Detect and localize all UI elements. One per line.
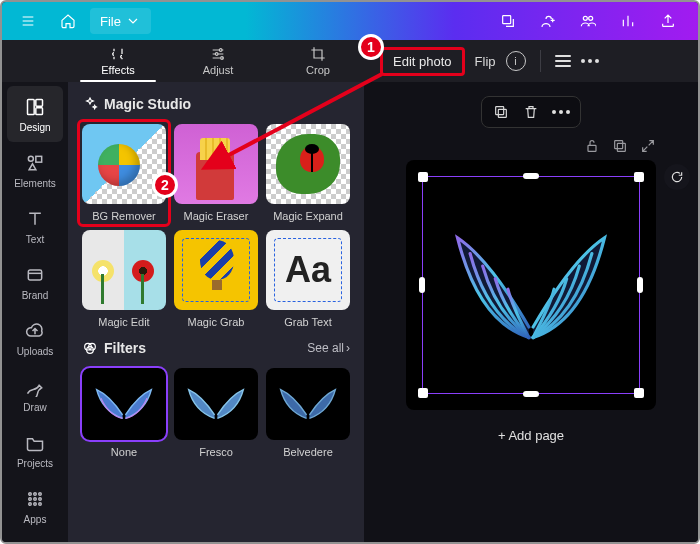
page-controls xyxy=(584,138,684,154)
adjust-tab[interactable]: Adjust xyxy=(168,40,268,82)
sidebar-label: Projects xyxy=(17,458,53,469)
bg-remover-tool[interactable]: BG Remover xyxy=(82,124,166,222)
apps-icon xyxy=(24,488,46,510)
grab-text-tool[interactable]: Aa Grab Text xyxy=(266,230,350,328)
filter-fresco-label: Fresco xyxy=(199,446,233,458)
adjust-tab-label: Adjust xyxy=(203,64,234,76)
filter-none[interactable]: None xyxy=(82,368,166,458)
svg-rect-27 xyxy=(617,143,625,151)
resize-handle-l[interactable] xyxy=(419,277,425,293)
filter-belvedere[interactable]: Belvedere xyxy=(266,368,350,458)
svg-point-13 xyxy=(34,492,37,495)
duplicate-button[interactable] xyxy=(492,103,510,121)
grab-text-label: Grab Text xyxy=(284,316,332,328)
crop-tab-label: Crop xyxy=(306,64,330,76)
svg-point-12 xyxy=(29,492,32,495)
position-button[interactable] xyxy=(555,55,571,67)
context-toolbar: Effects Adjust Crop Edit photo Flip i xyxy=(2,40,698,82)
expand-page-icon[interactable] xyxy=(640,138,656,154)
file-menu-button[interactable]: File xyxy=(90,8,151,34)
sidebar-item-text[interactable]: Text xyxy=(7,198,63,254)
selection-box[interactable] xyxy=(422,176,640,394)
svg-point-16 xyxy=(34,497,37,500)
filters-title: Filters xyxy=(82,340,146,356)
sidebar-item-projects[interactable]: Projects xyxy=(7,422,63,478)
canvas-area: + Add page xyxy=(364,82,698,542)
sidebar-label: Draw xyxy=(23,402,46,413)
hamburger-menu-button[interactable] xyxy=(10,8,46,34)
share-button[interactable] xyxy=(650,8,686,34)
magic-grab-label: Magic Grab xyxy=(188,316,245,328)
resize-handle-tl[interactable] xyxy=(418,172,428,182)
resize-handle-t[interactable] xyxy=(523,173,539,179)
magic-edit-tool[interactable]: Magic Edit xyxy=(82,230,166,328)
info-icon[interactable]: i xyxy=(506,51,526,71)
sidebar-label: Uploads xyxy=(17,346,54,357)
svg-rect-11 xyxy=(28,270,41,280)
selection-more-button[interactable] xyxy=(552,110,570,114)
filter-belvedere-label: Belvedere xyxy=(283,446,333,458)
elements-icon xyxy=(24,152,46,174)
chevron-right-icon: › xyxy=(346,341,350,355)
sidebar-item-design[interactable]: Design xyxy=(7,86,63,142)
copy-page-icon[interactable] xyxy=(612,138,628,154)
svg-point-18 xyxy=(29,502,32,505)
flip-button[interactable]: Flip xyxy=(475,54,496,69)
svg-rect-28 xyxy=(615,141,623,149)
crop-tab[interactable]: Crop xyxy=(268,40,368,82)
more-options-button[interactable] xyxy=(581,59,599,63)
filter-fresco[interactable]: Fresco xyxy=(174,368,258,458)
magic-grab-tool[interactable]: Magic Grab xyxy=(174,230,258,328)
sidebar-label: Text xyxy=(26,234,44,245)
bg-remover-label: BG Remover xyxy=(92,210,156,222)
analytics-button[interactable] xyxy=(610,8,646,34)
svg-point-1 xyxy=(583,16,587,20)
delete-button[interactable] xyxy=(522,103,540,121)
separator xyxy=(540,50,541,72)
svg-point-3 xyxy=(219,49,222,52)
resize-handle-tr[interactable] xyxy=(634,172,644,182)
sidebar-item-elements[interactable]: Elements xyxy=(7,142,63,198)
uploads-icon xyxy=(24,320,46,342)
brand-icon xyxy=(24,264,46,286)
add-page-button[interactable]: + Add page xyxy=(498,428,564,443)
home-button[interactable] xyxy=(50,8,86,34)
svg-point-17 xyxy=(39,497,42,500)
magic-expand-label: Magic Expand xyxy=(273,210,343,222)
resize-handle-bl[interactable] xyxy=(418,388,428,398)
canvas-stage[interactable] xyxy=(406,160,656,410)
lock-icon[interactable] xyxy=(584,138,600,154)
svg-rect-6 xyxy=(28,99,35,114)
see-all-filters-button[interactable]: See all › xyxy=(307,341,350,355)
resize-handle-b[interactable] xyxy=(523,391,539,397)
filters-grid: None Fresco Belvedere xyxy=(82,368,350,458)
edit-photo-button[interactable]: Edit photo xyxy=(380,47,465,76)
resize-button[interactable] xyxy=(490,8,526,34)
draw-icon xyxy=(24,376,46,398)
sidebar-item-brand[interactable]: Brand xyxy=(7,254,63,310)
projects-icon xyxy=(24,432,46,454)
collaborate-button[interactable] xyxy=(570,8,606,34)
invite-button[interactable] xyxy=(530,8,566,34)
svg-point-14 xyxy=(39,492,42,495)
svg-rect-25 xyxy=(496,107,504,115)
sidebar-item-uploads[interactable]: Uploads xyxy=(7,310,63,366)
effects-tab[interactable]: Effects xyxy=(68,40,168,82)
svg-point-20 xyxy=(39,502,42,505)
sidebar-item-draw[interactable]: Draw xyxy=(7,366,63,422)
resize-handle-br[interactable] xyxy=(634,388,644,398)
filter-none-label: None xyxy=(111,446,137,458)
left-rail: Design Elements Text Brand Uploads Draw xyxy=(2,82,68,542)
rotate-handle[interactable] xyxy=(664,164,690,190)
svg-rect-0 xyxy=(503,16,511,24)
magic-studio-title: Magic Studio xyxy=(82,96,350,112)
magic-eraser-tool[interactable]: Magic Eraser xyxy=(174,124,258,222)
magic-expand-tool[interactable]: Magic Expand xyxy=(266,124,350,222)
svg-point-2 xyxy=(589,16,593,20)
sidebar-item-apps[interactable]: Apps xyxy=(7,478,63,534)
resize-handle-r[interactable] xyxy=(637,277,643,293)
editor-panel: Magic Studio BG Remover Magic Eraser Mag… xyxy=(68,82,364,542)
magic-edit-label: Magic Edit xyxy=(98,316,149,328)
magic-eraser-label: Magic Eraser xyxy=(184,210,249,222)
svg-rect-7 xyxy=(36,99,43,106)
